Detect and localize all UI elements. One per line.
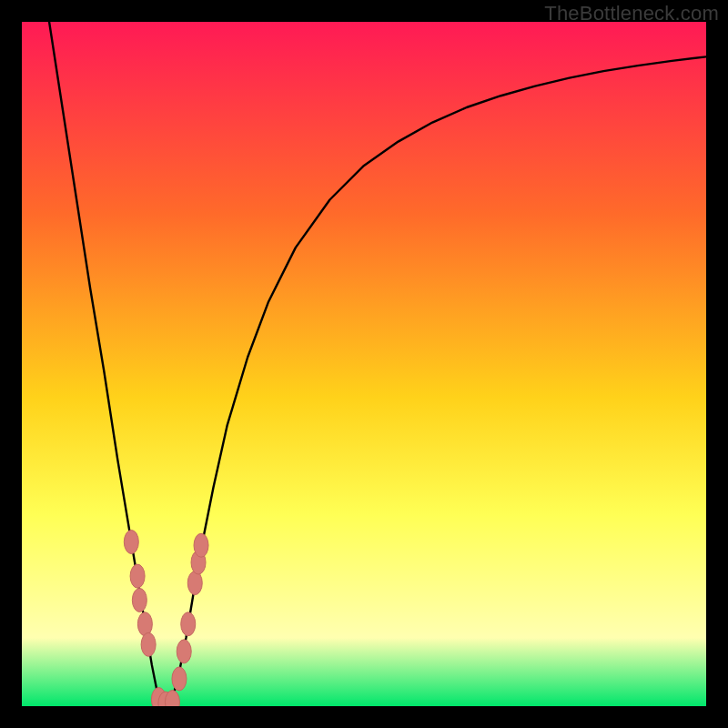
watermark-text: TheBottleneck.com [544, 2, 719, 25]
data-marker [130, 564, 145, 588]
chart-frame: TheBottleneck.com [0, 0, 728, 728]
data-marker [194, 533, 208, 557]
data-marker [141, 632, 156, 656]
data-marker [187, 571, 202, 595]
data-marker [181, 612, 196, 636]
data-marker [132, 588, 147, 612]
data-marker [177, 640, 191, 663]
plot-area [22, 22, 706, 706]
chart-svg [22, 22, 706, 706]
data-marker [137, 612, 152, 636]
data-marker [124, 531, 138, 554]
data-marker [172, 667, 187, 691]
gradient-background [22, 22, 706, 706]
